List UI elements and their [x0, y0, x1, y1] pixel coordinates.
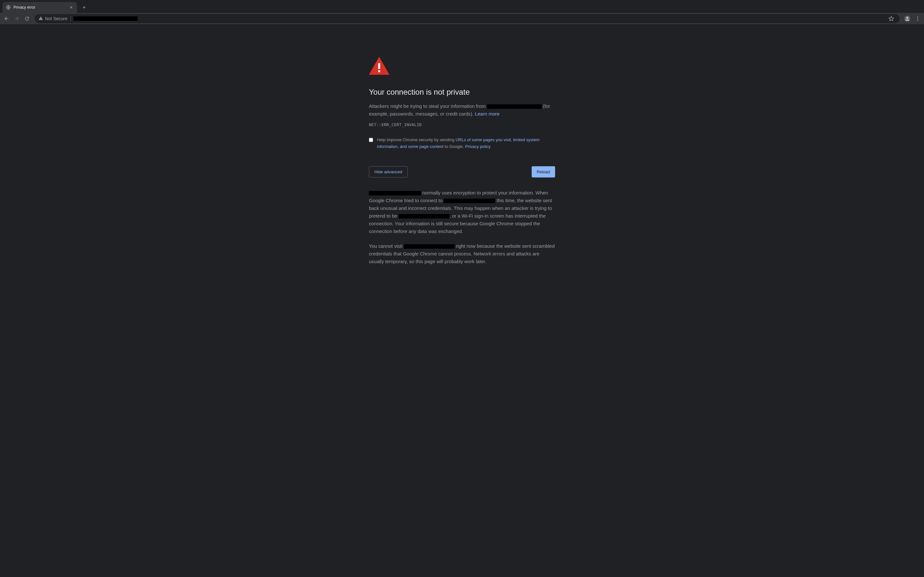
back-button[interactable] [2, 14, 11, 23]
redacted-hostname [487, 104, 542, 109]
profile-avatar-button[interactable] [903, 14, 912, 23]
svg-point-3 [917, 16, 918, 17]
learn-more-link[interactable]: Learn more [475, 111, 500, 116]
advanced-details: normally uses encryption to protect your… [369, 189, 555, 265]
optin-prefix: Help improve Chrome security by sending [377, 137, 456, 142]
new-tab-button[interactable] [80, 3, 89, 12]
error-code: NET::ERR_CERT_INVALID [369, 122, 555, 127]
redacted-hostname [444, 199, 495, 203]
error-desc-prefix: Attackers might be trying to steal your … [369, 103, 487, 109]
svg-rect-6 [378, 63, 380, 69]
browser-toolbar: Not Secure [0, 13, 924, 24]
security-label: Not Secure [45, 16, 68, 21]
url-text-redacted [74, 16, 138, 21]
reload-page-button[interactable]: Reload [532, 166, 555, 177]
redacted-hostname [404, 244, 455, 249]
advanced-paragraph-2: You cannot visit right now because the w… [369, 242, 555, 265]
security-indicator[interactable]: Not Secure [39, 16, 71, 21]
globe-icon [6, 5, 11, 10]
bookmark-star-button[interactable] [887, 14, 896, 23]
warning-triangle-large-icon [369, 57, 389, 75]
svg-point-2 [906, 17, 909, 19]
safebrowsing-optin: Help improve Chrome security by sending … [369, 137, 555, 150]
svg-rect-7 [378, 70, 380, 72]
optin-mid: to Google. [443, 144, 465, 149]
content-area: Your connection is not private Attackers… [0, 25, 924, 272]
error-description: Attackers might be trying to steal your … [369, 102, 555, 118]
svg-point-5 [917, 20, 918, 21]
close-tab-button[interactable] [69, 5, 74, 10]
redacted-hostname [399, 214, 450, 219]
tab-strip: Privacy error [0, 0, 924, 13]
optin-checkbox[interactable] [369, 138, 373, 142]
advanced-paragraph-1: normally uses encryption to protect your… [369, 189, 555, 235]
redacted-hostname [369, 191, 421, 195]
adv2-a: You cannot visit [369, 243, 404, 249]
svg-point-4 [917, 18, 918, 19]
address-bar[interactable]: Not Secure [35, 14, 900, 23]
browser-tab[interactable]: Privacy error [3, 2, 77, 13]
button-row: Hide advanced Reload [369, 166, 555, 177]
tab-title: Privacy error [13, 5, 66, 10]
forward-button[interactable] [12, 14, 21, 23]
reload-button[interactable] [23, 14, 31, 23]
privacy-policy-link[interactable]: Privacy policy [465, 144, 490, 149]
ssl-error-interstitial: Your connection is not private Attackers… [369, 57, 555, 272]
optin-text: Help improve Chrome security by sending … [377, 137, 555, 150]
browser-menu-button[interactable] [913, 14, 922, 23]
error-heading: Your connection is not private [369, 88, 555, 97]
warning-triangle-icon [39, 16, 43, 21]
hide-advanced-button[interactable]: Hide advanced [369, 166, 408, 177]
